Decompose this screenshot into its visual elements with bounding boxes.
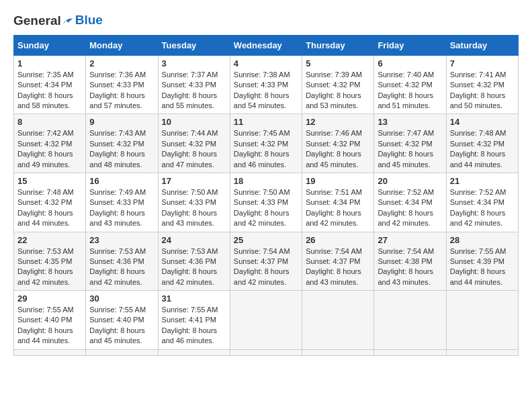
logo: General Blue [13, 13, 103, 28]
day-number: 20 [378, 176, 442, 186]
day-number: 27 [378, 235, 442, 245]
col-header-monday: Monday [86, 35, 158, 55]
day-info: Sunrise: 7:55 AMSunset: 4:39 PMDaylight:… [450, 247, 506, 286]
day-number: 6 [378, 58, 442, 68]
day-number: 9 [89, 117, 154, 127]
day-cell-3: 3 Sunrise: 7:37 AMSunset: 4:33 PMDayligh… [158, 55, 230, 114]
empty-cell [302, 291, 374, 350]
logo-bird-icon [62, 16, 74, 27]
day-number: 24 [162, 235, 226, 245]
empty-cell [446, 349, 518, 355]
day-cell-1: 1 Sunrise: 7:35 AMSunset: 4:34 PMDayligh… [14, 55, 86, 114]
col-header-saturday: Saturday [446, 35, 518, 55]
day-number: 8 [17, 117, 82, 127]
day-cell-2: 2 Sunrise: 7:36 AMSunset: 4:33 PMDayligh… [86, 55, 158, 114]
day-number: 21 [450, 176, 515, 186]
empty-cell [230, 291, 302, 350]
day-info: Sunrise: 7:50 AMSunset: 4:33 PMDaylight:… [234, 188, 290, 227]
calendar-row-3: 22 Sunrise: 7:53 AMSunset: 4:35 PMDaylig… [14, 232, 519, 291]
day-number: 10 [162, 117, 226, 127]
day-cell-20: 20 Sunrise: 7:52 AMSunset: 4:34 PMDaylig… [374, 173, 446, 232]
calendar-header-row: SundayMondayTuesdayWednesdayThursdayFrid… [14, 35, 519, 55]
day-number: 18 [234, 176, 298, 186]
day-info: Sunrise: 7:55 AMSunset: 4:40 PMDaylight:… [17, 306, 74, 345]
day-cell-19: 19 Sunrise: 7:51 AMSunset: 4:34 PMDaylig… [302, 173, 374, 232]
day-number: 7 [450, 58, 515, 68]
day-cell-8: 8 Sunrise: 7:42 AMSunset: 4:32 PMDayligh… [14, 114, 86, 173]
day-cell-29: 29 Sunrise: 7:55 AMSunset: 4:40 PMDaylig… [14, 291, 86, 350]
calendar-row-4: 29 Sunrise: 7:55 AMSunset: 4:40 PMDaylig… [14, 291, 519, 350]
day-number: 30 [89, 293, 154, 304]
calendar-table: SundayMondayTuesdayWednesdayThursdayFrid… [13, 35, 519, 356]
day-number: 22 [17, 235, 82, 245]
day-cell-13: 13 Sunrise: 7:47 AMSunset: 4:32 PMDaylig… [374, 114, 446, 173]
day-cell-12: 12 Sunrise: 7:46 AMSunset: 4:32 PMDaylig… [302, 114, 374, 173]
day-cell-10: 10 Sunrise: 7:44 AMSunset: 4:32 PMDaylig… [158, 114, 230, 173]
day-info: Sunrise: 7:49 AMSunset: 4:33 PMDaylight:… [89, 188, 146, 227]
day-cell-7: 7 Sunrise: 7:41 AMSunset: 4:32 PMDayligh… [446, 55, 518, 114]
day-number: 14 [450, 117, 515, 127]
day-number: 5 [306, 58, 370, 68]
day-number: 17 [162, 176, 226, 186]
day-cell-22: 22 Sunrise: 7:53 AMSunset: 4:35 PMDaylig… [14, 232, 86, 291]
day-info: Sunrise: 7:55 AMSunset: 4:40 PMDaylight:… [89, 306, 146, 345]
day-cell-6: 6 Sunrise: 7:40 AMSunset: 4:32 PMDayligh… [374, 55, 446, 114]
col-header-tuesday: Tuesday [158, 35, 230, 55]
day-cell-30: 30 Sunrise: 7:55 AMSunset: 4:40 PMDaylig… [86, 291, 158, 350]
day-cell-11: 11 Sunrise: 7:45 AMSunset: 4:32 PMDaylig… [230, 114, 302, 173]
day-number: 29 [17, 293, 82, 304]
day-number: 15 [17, 176, 82, 186]
empty-cell [158, 349, 230, 355]
day-info: Sunrise: 7:41 AMSunset: 4:32 PMDaylight:… [450, 71, 506, 109]
day-info: Sunrise: 7:46 AMSunset: 4:32 PMDaylight:… [306, 129, 362, 168]
day-number: 16 [89, 176, 154, 186]
day-number: 2 [89, 58, 154, 68]
empty-cell [86, 349, 158, 355]
day-info: Sunrise: 7:51 AMSunset: 4:34 PMDaylight:… [306, 188, 362, 227]
empty-cell [302, 349, 374, 355]
day-info: Sunrise: 7:54 AMSunset: 4:38 PMDaylight:… [378, 247, 434, 286]
day-cell-27: 27 Sunrise: 7:54 AMSunset: 4:38 PMDaylig… [374, 232, 446, 291]
day-info: Sunrise: 7:47 AMSunset: 4:32 PMDaylight:… [378, 129, 434, 168]
page-header: General Blue [13, 13, 519, 28]
empty-cell [230, 349, 302, 355]
day-number: 19 [306, 176, 370, 186]
day-cell-25: 25 Sunrise: 7:54 AMSunset: 4:37 PMDaylig… [230, 232, 302, 291]
calendar-row-1: 8 Sunrise: 7:42 AMSunset: 4:32 PMDayligh… [14, 114, 519, 173]
day-number: 4 [234, 58, 298, 68]
day-info: Sunrise: 7:54 AMSunset: 4:37 PMDaylight:… [234, 247, 290, 286]
col-header-wednesday: Wednesday [230, 35, 302, 55]
empty-cell [14, 349, 86, 355]
day-info: Sunrise: 7:55 AMSunset: 4:41 PMDaylight:… [162, 306, 218, 345]
day-cell-26: 26 Sunrise: 7:54 AMSunset: 4:37 PMDaylig… [302, 232, 374, 291]
day-info: Sunrise: 7:36 AMSunset: 4:33 PMDaylight:… [89, 71, 146, 109]
day-info: Sunrise: 7:42 AMSunset: 4:32 PMDaylight:… [17, 129, 74, 168]
day-number: 31 [162, 293, 226, 304]
day-info: Sunrise: 7:43 AMSunset: 4:32 PMDaylight:… [89, 129, 146, 168]
day-number: 3 [162, 58, 226, 68]
day-info: Sunrise: 7:35 AMSunset: 4:34 PMDaylight:… [17, 71, 74, 109]
day-info: Sunrise: 7:52 AMSunset: 4:34 PMDaylight:… [450, 188, 506, 227]
day-cell-18: 18 Sunrise: 7:50 AMSunset: 4:33 PMDaylig… [230, 173, 302, 232]
day-cell-31: 31 Sunrise: 7:55 AMSunset: 4:41 PMDaylig… [158, 291, 230, 350]
day-cell-16: 16 Sunrise: 7:49 AMSunset: 4:33 PMDaylig… [86, 173, 158, 232]
day-number: 13 [378, 117, 442, 127]
day-info: Sunrise: 7:53 AMSunset: 4:35 PMDaylight:… [17, 247, 74, 286]
day-cell-21: 21 Sunrise: 7:52 AMSunset: 4:34 PMDaylig… [446, 173, 518, 232]
day-cell-14: 14 Sunrise: 7:48 AMSunset: 4:32 PMDaylig… [446, 114, 518, 173]
day-info: Sunrise: 7:48 AMSunset: 4:32 PMDaylight:… [17, 188, 74, 227]
day-info: Sunrise: 7:38 AMSunset: 4:33 PMDaylight:… [234, 71, 290, 109]
empty-cell [446, 291, 518, 350]
calendar-row-5 [14, 349, 519, 355]
day-cell-17: 17 Sunrise: 7:50 AMSunset: 4:33 PMDaylig… [158, 173, 230, 232]
day-cell-15: 15 Sunrise: 7:48 AMSunset: 4:32 PMDaylig… [14, 173, 86, 232]
day-number: 11 [234, 117, 298, 127]
day-info: Sunrise: 7:40 AMSunset: 4:32 PMDaylight:… [378, 71, 434, 109]
logo-text: General Blue [13, 13, 103, 28]
day-cell-28: 28 Sunrise: 7:55 AMSunset: 4:39 PMDaylig… [446, 232, 518, 291]
day-info: Sunrise: 7:53 AMSunset: 4:36 PMDaylight:… [162, 247, 218, 286]
day-number: 25 [234, 235, 298, 245]
day-info: Sunrise: 7:54 AMSunset: 4:37 PMDaylight:… [306, 247, 362, 286]
day-cell-9: 9 Sunrise: 7:43 AMSunset: 4:32 PMDayligh… [86, 114, 158, 173]
day-info: Sunrise: 7:53 AMSunset: 4:36 PMDaylight:… [89, 247, 146, 286]
